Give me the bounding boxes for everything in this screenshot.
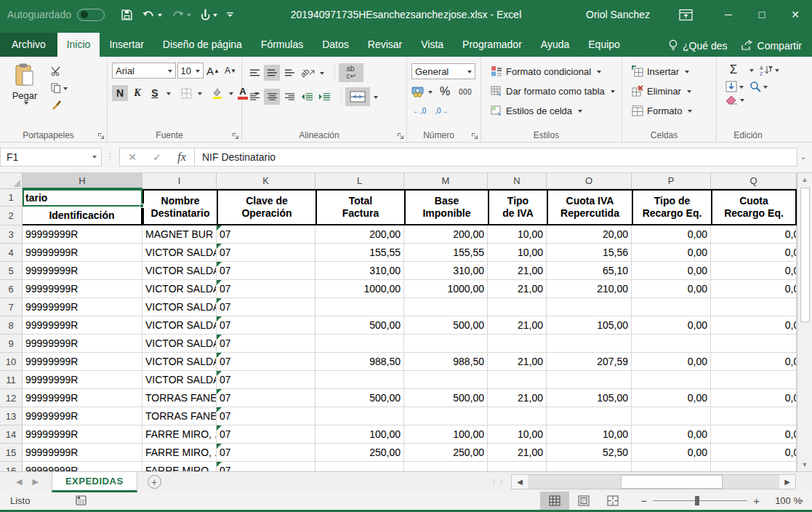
fill-color-button[interactable] <box>209 85 225 101</box>
cell-Q14[interactable]: 0,00 <box>711 425 797 444</box>
cell-I14[interactable]: FARRE MIRO, . <box>142 425 217 444</box>
font-size-combo[interactable]: 10 <box>177 63 204 79</box>
cut-button[interactable] <box>48 64 71 79</box>
cell-O10[interactable]: 207,59 <box>547 353 632 371</box>
row-header-2[interactable]: 2 <box>0 207 23 225</box>
cell-M15[interactable]: 250,00 <box>404 444 488 462</box>
column-header-I[interactable]: I <box>142 173 217 189</box>
merged-header-K[interactable]: Clave deOperación <box>217 189 315 225</box>
sort-filter-button[interactable]: AZ <box>760 65 779 76</box>
cell-N6[interactable]: 21,00 <box>488 280 547 298</box>
cell-M10[interactable]: 988,50 <box>404 353 488 371</box>
cell-H10[interactable]: 99999999R <box>23 353 142 371</box>
cell-Q6[interactable]: 0,00 <box>711 280 797 298</box>
cell-K6[interactable]: 07 <box>217 280 315 298</box>
zoom-level[interactable]: 100 % <box>770 495 802 506</box>
cell-L15[interactable]: 250,00 <box>315 444 404 462</box>
cell-K12[interactable]: 07 <box>217 389 315 407</box>
cell-H9[interactable]: 99999999R <box>23 335 142 353</box>
cell-K13[interactable]: 07 <box>217 407 315 425</box>
collapse-ribbon-icon[interactable]: ⌃ <box>798 498 805 508</box>
cell-H11[interactable]: 99999999R <box>23 371 142 389</box>
cell-I13[interactable]: TORRAS FANE <box>142 407 217 425</box>
cell-M13[interactable] <box>404 407 488 425</box>
find-select-button[interactable] <box>749 81 768 92</box>
cell-N14[interactable]: 10,00 <box>488 425 547 444</box>
cell-K11[interactable]: 07 <box>217 371 315 389</box>
row-header-7[interactable]: 7 <box>0 298 23 316</box>
row-header-15[interactable]: 15 <box>0 444 23 462</box>
cell-I10[interactable]: VICTOR SALDA <box>142 353 217 371</box>
grow-font-button[interactable]: A▲ <box>205 63 221 79</box>
zoom-out-button[interactable]: − <box>640 495 647 507</box>
row-header-12[interactable]: 12 <box>0 389 23 407</box>
cell-L5[interactable]: 310,00 <box>315 262 404 280</box>
cell-L3[interactable]: 200,00 <box>315 225 404 244</box>
tab-inicio[interactable]: Inicio <box>57 33 100 57</box>
number-format-combo[interactable]: General <box>411 63 475 79</box>
cell-N8[interactable]: 21,00 <box>488 316 547 335</box>
cell-P16[interactable] <box>632 462 711 471</box>
row-header-16[interactable]: 16 <box>0 462 23 471</box>
cell-L14[interactable]: 100,00 <box>315 425 404 444</box>
sheet-tab-expedidas[interactable]: EXPEDIDAS <box>52 472 137 492</box>
page-layout-view-button[interactable] <box>569 492 598 510</box>
cell-Q12[interactable]: 0,00 <box>711 389 797 407</box>
autosave-toggle[interactable] <box>77 9 105 21</box>
cell-M16[interactable] <box>404 462 488 471</box>
macro-record-icon[interactable] <box>75 495 87 508</box>
cell-Q5[interactable]: 0,00 <box>711 262 797 280</box>
increase-indent-button[interactable] <box>316 89 332 105</box>
cell-I6[interactable]: VICTOR SALDA <box>142 280 217 298</box>
cell-O3[interactable]: 20,00 <box>547 225 632 244</box>
cell-N3[interactable]: 10,00 <box>488 225 547 244</box>
cell-P7[interactable] <box>632 298 711 316</box>
cell-N7[interactable] <box>488 298 547 316</box>
cell-H7[interactable]: 99999999R <box>23 298 142 316</box>
save-icon[interactable] <box>118 7 136 23</box>
cell-I15[interactable]: FARRE MIRO, . <box>142 444 217 462</box>
cell-L7[interactable] <box>315 298 404 316</box>
font-name-combo[interactable]: Arial <box>112 63 176 79</box>
cell-N11[interactable] <box>488 371 547 389</box>
cell-M4[interactable]: 155,55 <box>404 244 488 262</box>
align-top-button[interactable] <box>246 65 262 81</box>
cell-N12[interactable]: 21,00 <box>488 389 547 407</box>
cell-L13[interactable] <box>315 407 404 425</box>
expand-formula-bar-icon[interactable]: ⌄ <box>797 153 809 161</box>
copy-button[interactable] <box>48 81 71 95</box>
cell-O7[interactable] <box>547 298 632 316</box>
align-middle-button[interactable] <box>264 65 280 81</box>
format-painter-button[interactable] <box>48 97 71 112</box>
cell-N9[interactable] <box>488 335 547 353</box>
zoom-slider-thumb[interactable] <box>695 496 699 505</box>
cell-M3[interactable]: 200,00 <box>404 225 488 244</box>
cell-H15[interactable]: 99999999R <box>23 444 142 462</box>
bold-button[interactable]: N <box>112 85 128 101</box>
paste-button[interactable]: Pegar <box>4 60 45 112</box>
cell-M6[interactable]: 1000,00 <box>404 280 488 298</box>
cell-K14[interactable]: 07 <box>217 425 315 444</box>
formula-bar-splitter[interactable]: ⋮ <box>106 152 115 161</box>
tab-scroll-splitter[interactable]: ⋮⋮ <box>491 479 505 486</box>
cell-P10[interactable]: 0,00 <box>632 353 711 371</box>
cell-Q3[interactable]: 0,00 <box>711 225 797 244</box>
cell-styles-button[interactable]: Estilos de celda <box>489 102 619 119</box>
scroll-up-arrow[interactable]: ▲ <box>797 173 812 186</box>
fill-button[interactable] <box>725 81 744 92</box>
cell-K16[interactable]: 07 <box>217 462 315 471</box>
column-header-M[interactable]: M <box>404 173 488 189</box>
cell-M11[interactable] <box>404 371 488 389</box>
row-header-6[interactable]: 6 <box>0 280 23 298</box>
cell-M9[interactable] <box>404 335 488 353</box>
cell-M14[interactable]: 100,00 <box>404 425 488 444</box>
fill-handle[interactable] <box>140 204 144 208</box>
cell-N10[interactable]: 21,00 <box>488 353 547 371</box>
name-box-dropdown[interactable] <box>92 156 97 161</box>
cell-H12[interactable]: 99999999R <box>23 389 142 407</box>
cell-M8[interactable]: 500,00 <box>404 316 488 335</box>
row-header-3[interactable]: 3 <box>0 225 23 244</box>
column-header-O[interactable]: O <box>547 173 632 189</box>
merged-header-N[interactable]: Tipode IVA <box>488 189 547 225</box>
cell-I5[interactable]: VICTOR SALDA <box>142 262 217 280</box>
